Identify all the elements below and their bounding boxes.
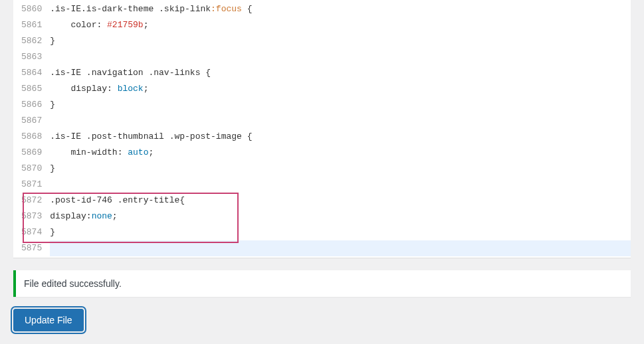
code-line[interactable]: .is-IE.is-dark-theme .skip-link:focus { [50,1,631,17]
code-line[interactable]: display: block; [50,81,631,97]
line-number: 5863 [21,49,42,65]
line-number: 5871 [21,177,42,193]
code-line[interactable]: } [50,97,631,113]
code-line[interactable]: .post-id-746 .entry-title{ [50,193,631,209]
line-number: 5866 [21,97,42,113]
code-line[interactable] [50,240,631,256]
line-number: 5870 [21,161,42,177]
code-line[interactable]: } [50,224,631,240]
line-number: 5875 [21,240,42,256]
code-line[interactable] [50,177,631,193]
success-notice: File edited successfully. [13,270,631,297]
code-line[interactable]: min-width: auto; [50,145,631,161]
line-number: 5874 [21,224,42,240]
code-line[interactable]: } [50,161,631,177]
line-number: 5869 [21,145,42,161]
update-file-button[interactable]: Update File [13,309,84,331]
line-number: 5867 [21,113,42,129]
line-number: 5865 [21,81,42,97]
code-line[interactable] [50,49,631,65]
code-line[interactable]: .is-IE .post-thumbnail .wp-post-image { [50,129,631,145]
code-editor[interactable]: 5860586158625863586458655866586758685869… [13,0,631,258]
line-number: 5873 [21,209,42,224]
line-number: 5860 [21,1,42,17]
line-number: 5861 [21,17,42,33]
line-number: 5872 [21,193,42,209]
line-number: 5868 [21,129,42,145]
code-line[interactable]: .is-IE .navigation .nav-links { [50,65,631,81]
code-line[interactable]: color: #21759b; [50,17,631,33]
line-number-gutter: 5860586158625863586458655866586758685869… [13,0,47,258]
code-content[interactable]: .is-IE.is-dark-theme .skip-link:focus { … [47,0,631,258]
code-line[interactable]: display:none; [50,209,631,224]
code-line[interactable]: } [50,33,631,49]
line-number: 5864 [21,65,42,81]
notice-message: File edited successfully. [24,278,122,289]
line-number: 5862 [21,33,42,49]
code-line[interactable] [50,113,631,129]
